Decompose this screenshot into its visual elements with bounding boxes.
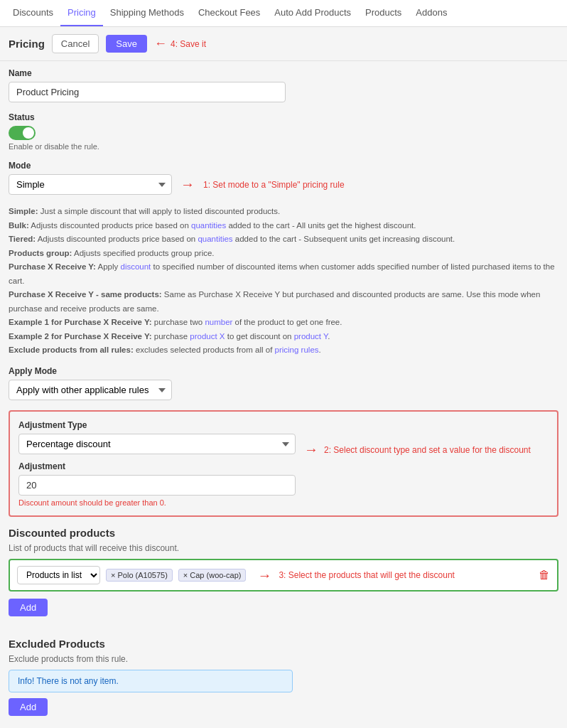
mode-field-group: Mode Simple Bulk Tiered Products group P… (9, 161, 558, 195)
products-annotation: 3: Select the products that will get the… (279, 570, 454, 580)
nav-pricing[interactable]: Pricing (60, 0, 103, 26)
add-product-button[interactable]: Add (9, 599, 48, 616)
products-annotation-arrow: → (257, 567, 271, 584)
mode-select[interactable]: Simple Bulk Tiered Products group Purcha… (9, 174, 172, 195)
save-button[interactable]: Save (106, 35, 147, 53)
status-toggle[interactable] (9, 126, 36, 140)
products-row: Products in list × Polo (A10575) × Cap (… (9, 559, 558, 592)
trash-icon[interactable]: 🗑 (539, 569, 550, 582)
mode-label: Mode (9, 161, 558, 171)
excluded-products-heading: Excluded Products (9, 638, 558, 650)
nav-shipping[interactable]: Shipping Methods (103, 0, 191, 26)
discounted-products-subtext: List of products that will receive this … (9, 543, 558, 553)
product-tag-cap[interactable]: × Cap (woo-cap) (178, 569, 247, 582)
adjustment-arrow-icon: → (304, 441, 318, 458)
page-header: Pricing Cancel Save ← 4: Save it (0, 27, 567, 61)
status-label: Status (9, 112, 558, 122)
products-list-select[interactable]: Products in list (17, 566, 100, 584)
mode-annotation: 1: Set mode to a "Simple" pricing rule (203, 180, 345, 190)
cancel-button[interactable]: Cancel (52, 34, 99, 53)
adjustment-type-label: Adjustment Type (18, 420, 296, 430)
adjustment-error: Discount amount should be greater than 0… (18, 498, 296, 507)
nav-discounts[interactable]: Discounts (6, 0, 60, 26)
adjustment-type-select[interactable]: Percentage discount Fixed discount Fixed… (18, 434, 296, 454)
excluded-products-section: Excluded Products Exclude products from … (9, 638, 558, 727)
apply-mode-select[interactable]: Apply with other applicable rules (9, 380, 172, 400)
adjustment-input[interactable] (18, 475, 296, 496)
apply-mode-label: Apply Mode (9, 366, 558, 376)
add-excluded-button[interactable]: Add (9, 698, 48, 716)
nav-checkout[interactable]: Checkout Fees (191, 0, 267, 26)
nav-products[interactable]: Products (358, 0, 409, 26)
adjustment-section: Adjustment Type Percentage discount Fixe… (9, 410, 558, 517)
save-arrow-icon: ← (154, 36, 167, 51)
save-annotation: ← 4: Save it (154, 36, 206, 51)
discounted-products-section: Discounted products List of products tha… (9, 527, 558, 628)
excluded-info-box: Info! There is not any item. (9, 670, 293, 692)
mode-arrow-icon: → (180, 176, 195, 193)
name-field-group: Name (9, 68, 558, 102)
adjustment-label: Adjustment (18, 461, 296, 471)
adjustment-annotation: 2: Select discount type and set a value … (324, 445, 531, 455)
name-input[interactable] (9, 82, 286, 102)
main-content: Name Status Enable or disable the rule. … (0, 61, 567, 728)
page-title: Pricing (9, 38, 45, 50)
nav-addons[interactable]: Addons (409, 0, 454, 26)
status-hint: Enable or disable the rule. (9, 142, 558, 151)
status-field-group: Status Enable or disable the rule. (9, 112, 558, 151)
mode-description: Simple: Just a simple discount that will… (9, 205, 558, 358)
excluded-products-subtext: Exclude products from this rule. (9, 654, 558, 664)
top-nav: Discounts Pricing Shipping Methods Check… (0, 0, 567, 27)
nav-auto-add[interactable]: Auto Add Products (267, 0, 358, 26)
discounted-products-heading: Discounted products (9, 527, 558, 539)
apply-mode-field-group: Apply Mode Apply with other applicable r… (9, 366, 558, 400)
name-label: Name (9, 68, 558, 78)
product-tag-polo[interactable]: × Polo (A10575) (106, 569, 173, 582)
